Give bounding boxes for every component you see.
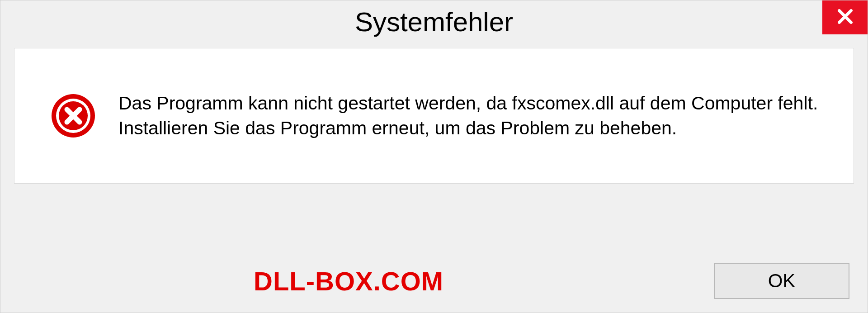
dialog-title: Systemfehler (355, 6, 513, 38)
ok-button-label: OK (768, 270, 796, 292)
ok-button[interactable]: OK (714, 263, 849, 299)
titlebar: Systemfehler (0, 0, 868, 43)
content-box: Das Programm kann nicht gestartet werden… (14, 48, 854, 184)
dialog-footer: DLL-BOX.COM OK (14, 263, 854, 299)
watermark-text: DLL-BOX.COM (254, 266, 443, 296)
close-icon (835, 6, 855, 28)
error-icon (51, 93, 96, 138)
error-message: Das Programm kann nicht gestartet werden… (118, 91, 826, 141)
close-button[interactable] (822, 0, 868, 34)
error-dialog: Systemfehler Das Programm kann nicht ges… (0, 0, 868, 313)
